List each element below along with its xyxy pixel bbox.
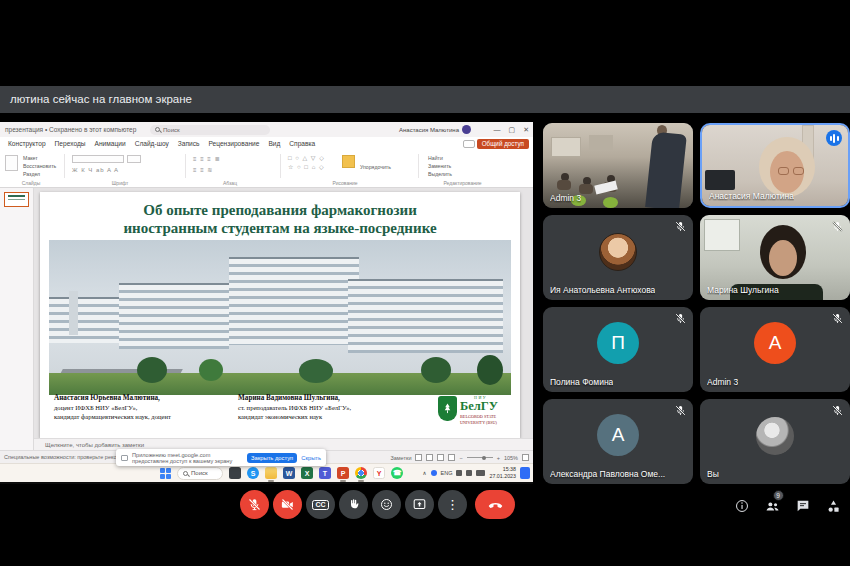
mic-off-icon (831, 404, 844, 417)
ppt-search-box[interactable]: Поиск (150, 125, 270, 135)
camera-off-button[interactable] (273, 490, 302, 519)
whatsapp-icon[interactable]: ☎ (391, 467, 403, 479)
tab-slideshow[interactable]: Слайд-шоу (135, 140, 169, 147)
participant-tile-iya[interactable]: Ия Анатольевна Антюхова (543, 215, 693, 300)
slide-canvas[interactable]: Об опыте преподавания фармакогнозии инос… (40, 192, 520, 438)
hide-notice-link[interactable]: Скрыть (301, 455, 321, 461)
language-indicator[interactable]: ENG (441, 470, 453, 476)
avatar (462, 125, 471, 134)
file-explorer-icon[interactable] (265, 467, 277, 479)
clock[interactable]: 15:38 27.01.2023 (489, 466, 516, 479)
ribbon-select[interactable]: Выделить (428, 171, 452, 177)
view-normal-icon[interactable] (415, 454, 422, 461)
tree (477, 355, 503, 385)
ppt-doc-title: презентация • Сохранено в этот компьютер (5, 126, 136, 133)
mic-off-icon (831, 312, 844, 325)
ppt-account[interactable]: Анастасия Малютина (399, 125, 471, 134)
tab-view[interactable]: Вид (268, 140, 280, 147)
comments-icon[interactable] (463, 140, 475, 148)
notes-toggle[interactable]: Заметки (390, 455, 411, 461)
building-main (229, 257, 359, 345)
tray-app-icon[interactable] (431, 470, 437, 476)
excel-icon[interactable]: X (301, 467, 313, 479)
mic-off-button[interactable] (240, 490, 269, 519)
present-screen-button[interactable] (405, 490, 434, 519)
zoom-out-button[interactable]: − (459, 455, 462, 461)
tab-record[interactable]: Запись (178, 140, 200, 147)
taskview-icon[interactable] (229, 467, 241, 479)
shapes-gallery-row1[interactable]: □ ○ △ ▽ ◇ (288, 154, 325, 161)
captions-button[interactable]: CC (306, 490, 335, 519)
restore-button[interactable]: ▢ (509, 126, 516, 134)
word-icon[interactable]: W (283, 467, 295, 479)
tab-constructor[interactable]: Конструктор (8, 140, 46, 147)
font-name-box[interactable] (72, 155, 124, 163)
activities-button[interactable] (825, 497, 843, 515)
wifi-icon[interactable] (456, 470, 462, 476)
window-edge (0, 482, 533, 484)
font-style-buttons[interactable]: Ж К Ч ab A A (72, 167, 119, 173)
tray-time: 15:38 (489, 466, 516, 473)
quick-styles-icon[interactable] (342, 155, 355, 168)
taskbar-search[interactable]: Поиск (177, 467, 223, 480)
avatar (756, 417, 794, 455)
participant-name: Admin 3 (550, 193, 581, 203)
skype-icon[interactable]: S (247, 467, 259, 479)
tab-transitions[interactable]: Переходы (55, 140, 86, 147)
tray-chevron[interactable]: ∧ (423, 470, 427, 476)
meeting-info-button[interactable] (733, 497, 751, 515)
zoom-level[interactable]: 105% (504, 455, 518, 461)
participant-tile-anastasia[interactable]: Анастасия Малютина (700, 123, 850, 208)
ribbon-reset[interactable]: Восстановить (23, 163, 56, 169)
notification-center-icon[interactable] (520, 467, 530, 479)
view-slideshow-icon[interactable] (448, 454, 455, 461)
zoom-in-button[interactable]: + (497, 455, 500, 461)
minimize-button[interactable]: — (494, 126, 501, 133)
volume-icon[interactable] (466, 470, 472, 476)
yandex-icon[interactable]: Y (373, 467, 385, 479)
participant-tile-polina[interactable]: П Полина Фомина (543, 307, 693, 392)
paragraph-buttons-row2[interactable]: ≡ ≡ ≋ (193, 166, 213, 173)
participants-button[interactable]: 9 (764, 497, 782, 515)
tab-help[interactable]: Справка (289, 140, 315, 147)
building-wing-left (119, 283, 229, 349)
reactions-button[interactable] (372, 490, 401, 519)
participant-tile-alexandra[interactable]: A Александра Павловна Оме... (543, 399, 693, 484)
ribbon-replace[interactable]: Заменить (428, 163, 451, 169)
chat-button[interactable] (794, 497, 812, 515)
teams-icon[interactable]: T (319, 467, 331, 479)
stop-sharing-button[interactable]: Закрыть доступ (247, 453, 297, 463)
participant-tile-you[interactable]: Вы (700, 399, 850, 484)
ribbon-section[interactable]: Раздел (23, 171, 40, 177)
tab-review[interactable]: Рецензирование (208, 140, 259, 147)
ribbon-arrange[interactable]: Упорядочить (360, 164, 391, 170)
slide-thumbnail-panel[interactable] (0, 188, 34, 450)
participant-grid: Admin 3 Анастасия Малютина Ия Анатольевн… (543, 123, 850, 484)
shapes-gallery-row2[interactable]: ☆ ○ □ ⌂ ◇ (288, 163, 325, 170)
university-photo (49, 240, 511, 395)
participant-tile-marina[interactable]: Марина Шульгина (700, 215, 850, 300)
end-call-button[interactable] (475, 490, 515, 519)
more-options-button[interactable]: ⋮ (438, 490, 467, 519)
meeting-app: лютина сейчас на главном экране презента… (0, 0, 850, 566)
chrome-icon[interactable] (355, 467, 367, 479)
participant-tile-admin3-video[interactable]: Admin 3 (543, 123, 693, 208)
view-sorter-icon[interactable] (426, 454, 433, 461)
powerpoint-icon[interactable]: P (337, 467, 349, 479)
participant-tile-admin3-avatar[interactable]: A Admin 3 (700, 307, 850, 392)
start-button[interactable] (160, 468, 171, 479)
battery-icon[interactable] (476, 470, 485, 476)
slide-thumbnail-1[interactable] (4, 192, 29, 207)
ribbon-find[interactable]: Найти (428, 155, 443, 161)
raise-hand-button[interactable] (339, 490, 368, 519)
fit-slide-icon[interactable] (522, 454, 529, 461)
paragraph-buttons-row1[interactable]: ≡ ≡ ≡ ≣ (193, 155, 221, 162)
new-slide-icon[interactable] (5, 155, 18, 171)
ppt-share-button[interactable]: Общий доступ (477, 139, 529, 149)
view-reading-icon[interactable] (437, 454, 444, 461)
font-size-box[interactable] (127, 155, 141, 163)
tab-animations[interactable]: Анимации (95, 140, 126, 147)
zoom-slider[interactable] (467, 457, 493, 458)
close-button[interactable]: ✕ (523, 126, 529, 134)
ribbon-layout[interactable]: Макет (23, 155, 38, 161)
